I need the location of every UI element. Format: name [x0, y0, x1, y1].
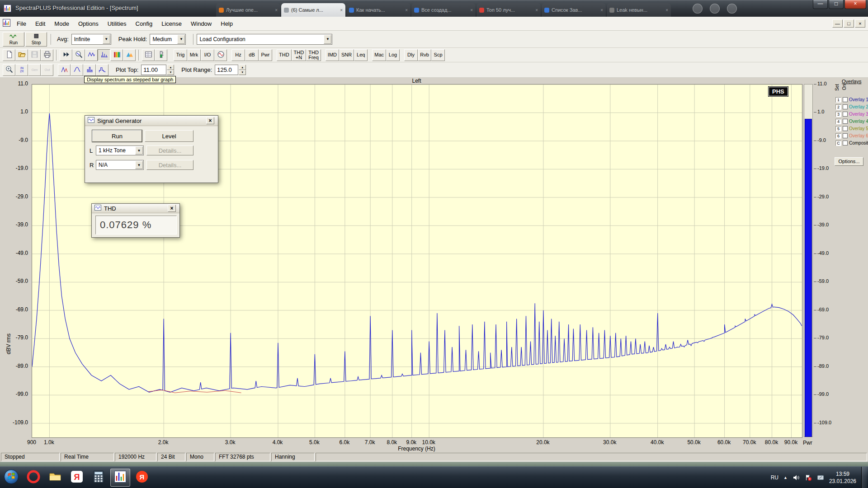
action-center-icon[interactable] [805, 474, 812, 481]
overlay-set-button[interactable]: 6 [835, 133, 841, 139]
close-button[interactable]: × [844, 0, 866, 9]
open-file-button[interactable] [15, 49, 28, 61]
toolbar-button-mac[interactable]: Mac [372, 49, 386, 61]
browser-tab[interactable]: Leak невын...× [607, 3, 671, 17]
load-configuration-select[interactable]: Load Configuration ▼ [197, 34, 332, 45]
menu-item-window[interactable]: Window [186, 18, 216, 30]
surface-plot-button[interactable] [123, 49, 136, 61]
taskbar-calculator-icon[interactable] [89, 469, 108, 487]
chevron-down-icon[interactable]: ▼ [135, 161, 143, 169]
time-series-button[interactable] [85, 49, 98, 61]
zoom-signal-button[interactable] [72, 49, 85, 61]
plot-range-input[interactable] [215, 65, 238, 75]
overlay-on-checkbox[interactable] [843, 141, 848, 145]
toolbar-button-thd-n[interactable]: THD +N [292, 49, 307, 61]
overlay-on-checkbox[interactable] [843, 112, 848, 117]
peak-hold-select[interactable]: Medium ▼ [150, 34, 186, 45]
browser-tab[interactable]: Все создад...× [411, 3, 476, 17]
close-icon[interactable]: × [168, 205, 176, 212]
browser-tab[interactable]: Топ 50 луч...× [476, 3, 541, 17]
mdi-restore-button[interactable]: □ [844, 19, 854, 28]
overlay-set-button[interactable]: 3 [835, 112, 841, 117]
plot-top-input[interactable] [141, 65, 166, 75]
right-signal-select[interactable]: N/A ▼ [96, 160, 144, 170]
phase-sine-button[interactable] [214, 49, 227, 61]
clock[interactable]: 13:59 23.01.2026 [829, 470, 856, 485]
toolbar-button-pwr[interactable]: Pwr [259, 49, 272, 61]
chevron-down-icon[interactable]: ▼ [177, 35, 185, 44]
toolbar-button-imd[interactable]: IMD [326, 49, 339, 61]
chevron-down-icon[interactable]: ▼ [324, 35, 331, 44]
thd-titlebar[interactable]: THD [92, 204, 179, 213]
toolbar-button-leq[interactable]: Leq [354, 49, 368, 61]
taskbar-yandex-search-icon[interactable]: Я [67, 469, 87, 487]
overlay-on-checkbox[interactable] [843, 126, 848, 131]
menu-item-config[interactable]: Config [131, 18, 157, 30]
stepped-bar-plot-button[interactable] [96, 64, 108, 76]
tab-close-icon[interactable]: × [405, 8, 408, 13]
pen-tablet-icon[interactable] [817, 474, 824, 481]
tab-close-icon[interactable]: × [340, 8, 343, 13]
toolbar-button-trig[interactable]: Trig [174, 49, 187, 61]
tab-close-icon[interactable]: × [535, 8, 538, 13]
spectrum-button[interactable] [98, 49, 110, 61]
data-table-button[interactable] [142, 49, 155, 61]
chevron-down-icon[interactable]: ▼ [135, 146, 143, 155]
taskbar-spectraplus-icon[interactable] [110, 469, 130, 487]
speaker-icon[interactable] [793, 474, 800, 481]
overlay-on-checkbox[interactable] [843, 104, 848, 109]
browser-icon[interactable] [727, 4, 737, 14]
line-plot-button[interactable] [71, 64, 83, 76]
language-indicator[interactable]: RU [771, 474, 778, 481]
browser-tab[interactable]: Как начать...× [346, 3, 410, 17]
overlay-set-button[interactable]: 1 [835, 97, 841, 103]
overlay-set-button[interactable]: 4 [835, 119, 841, 124]
avg-select[interactable]: Infinite ▼ [71, 34, 111, 45]
toolbar-button-db[interactable]: dB [245, 49, 259, 61]
browser-tab[interactable]: (6) Самые л...× [281, 3, 345, 17]
toolbar-button-hz[interactable]: Hz [231, 49, 245, 61]
menu-item-license[interactable]: License [157, 18, 186, 30]
start-button[interactable] [3, 468, 20, 487]
tab-close-icon[interactable]: × [275, 8, 278, 13]
fast-forward-button[interactable] [60, 49, 72, 61]
overlay-set-button[interactable]: 2 [835, 104, 841, 110]
menu-item-file[interactable]: File [12, 18, 31, 30]
tab-close-icon[interactable]: × [470, 8, 473, 13]
hidden-icons-chevron[interactable]: ▲ [783, 475, 788, 480]
zoom-in-2x-button[interactable]: IN2X [15, 64, 28, 76]
menu-item-help[interactable]: Help [216, 18, 237, 30]
overlay-on-checkbox[interactable] [843, 97, 848, 102]
overlays-options-button[interactable]: Options... [835, 157, 863, 166]
toolbar-button-snr[interactable]: SNR [339, 49, 354, 61]
generator-run-button[interactable]: Run [92, 130, 142, 142]
taskbar-explorer-icon[interactable] [45, 469, 65, 487]
peak-plot-button[interactable] [58, 64, 71, 76]
maximize-button[interactable]: □ [829, 0, 844, 9]
toolbar-button-i-o[interactable]: I/O [201, 49, 214, 61]
print-button[interactable] [41, 49, 53, 61]
spectrogram-button[interactable] [110, 49, 123, 61]
toolbar-button-log[interactable]: Log [386, 49, 400, 61]
toolbar-button-dly[interactable]: Dly [404, 49, 418, 61]
taskbar-yandex-browser-icon[interactable]: Я [132, 469, 152, 487]
generator-level-button[interactable]: Level [145, 130, 193, 142]
browser-tab[interactable]: Список Зав...× [542, 3, 606, 17]
toolbar-button-thd-freq[interactable]: THD Freq [306, 49, 321, 61]
close-icon[interactable]: × [206, 117, 214, 124]
toolbar-button-scp[interactable]: Scp [431, 49, 445, 61]
browser-icon[interactable] [693, 4, 703, 14]
overlay-on-checkbox[interactable] [843, 133, 848, 138]
stop-button[interactable]: Stop [25, 32, 47, 47]
menu-item-edit[interactable]: Edit [31, 18, 50, 30]
overlay-set-button[interactable]: C [835, 141, 841, 146]
minimize-button[interactable]: — [813, 0, 828, 9]
signal-generator-titlebar[interactable]: Signal Generator [85, 116, 218, 126]
mdi-close-button[interactable]: × [855, 19, 865, 28]
plot-top-stepper[interactable]: ▲▼ [167, 65, 174, 75]
chevron-down-icon[interactable]: ▼ [103, 35, 110, 44]
bar-plot-button[interactable] [83, 64, 96, 76]
mdi-minimize-button[interactable]: — [832, 19, 843, 28]
tab-close-icon[interactable]: × [665, 8, 668, 13]
toolbar-button-mrk[interactable]: Mrk [187, 49, 201, 61]
